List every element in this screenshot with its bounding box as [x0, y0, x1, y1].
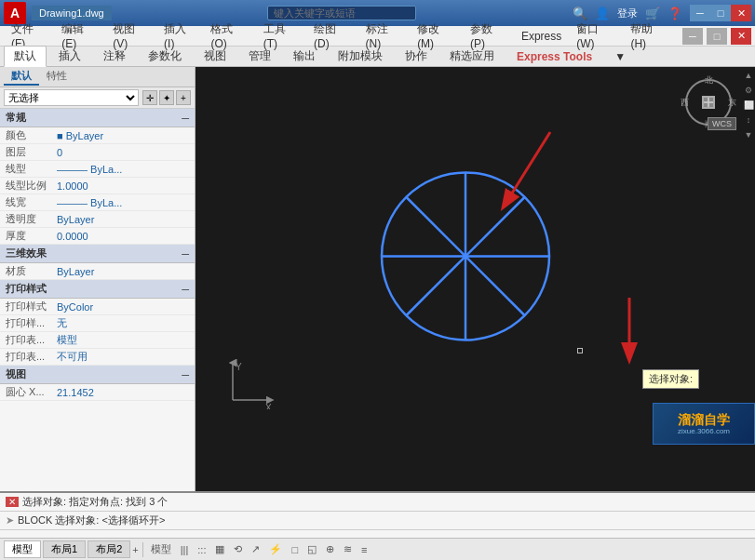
prop-linewidth: 线宽 ——— ByLa...	[0, 194, 195, 211]
drawing-tab[interactable]: Drawing1.dwg	[32, 6, 112, 20]
watermark-text: 溜溜自学	[678, 412, 730, 428]
command-line-2: ➤ BLOCK 选择对象: <选择循环开>	[0, 512, 755, 530]
props-print-rows: 打印样式 ByColor 打印样... 无 打印表... 模型 打印表... 不…	[0, 299, 195, 366]
add-icon[interactable]: ✛	[142, 90, 157, 105]
prop-centerx: 圆心 X... 21.1452	[0, 384, 195, 401]
isnap-icon[interactable]: ↗	[248, 542, 263, 556]
tab-annotate[interactable]: 注释	[93, 46, 136, 67]
compass-west: 西	[681, 97, 689, 109]
svg-text:X: X	[265, 403, 272, 409]
user-icon[interactable]: 👤	[595, 7, 610, 20]
compass-east: 东	[728, 97, 736, 109]
sel-icon[interactable]: ⊕	[322, 542, 338, 556]
tab-parametric[interactable]: 参数化	[138, 46, 192, 67]
close-button[interactable]: ✕	[731, 5, 751, 21]
search-input[interactable]	[267, 6, 416, 20]
prop-plottable: 打印表... 模型	[0, 332, 195, 349]
svg-text:Y: Y	[236, 362, 242, 372]
close-inner-button[interactable]: ✕	[731, 28, 751, 45]
settings-icon[interactable]: ≡	[357, 543, 371, 556]
tab-manage[interactable]: 管理	[238, 46, 281, 67]
status-bar: 模型 布局1 布局2 + 模型 ||| ::: ▦ ⟲ ↗ ⚡ □ ◱ ⊕ ≋ …	[0, 538, 755, 560]
nav-icon-2[interactable]: ⚙	[743, 84, 754, 97]
panel-selector: 无选择 ✛ ✦ +	[0, 87, 195, 109]
section-3d[interactable]: 三维效果 ─	[0, 245, 195, 263]
tab-layout1[interactable]: 布局1	[43, 540, 86, 558]
annot-icon[interactable]: ≋	[340, 542, 356, 556]
prop-thickness: 厚度 0.0000	[0, 228, 195, 245]
collapse-icon: ─	[182, 113, 189, 124]
nav-icon-4[interactable]: ↕	[745, 113, 753, 127]
more-icon[interactable]: +	[176, 90, 191, 105]
prop-layer: 图层 0	[0, 144, 195, 161]
ortho-icon[interactable]: ▦	[211, 542, 228, 556]
svg-line-6	[504, 132, 550, 207]
tooltip: 选择对象:	[642, 369, 699, 389]
props-general-rows: 颜色 ■ ByLayer 图层 0 线型 ——— ByLa... 线型比例 1.…	[0, 127, 195, 245]
panel-tab-properties[interactable]: 特性	[39, 68, 74, 86]
nav-icon-1[interactable]: ▲	[743, 69, 755, 82]
prop-plottable2: 打印表... 不可用	[0, 349, 195, 366]
snap-icon[interactable]: :::	[194, 543, 209, 556]
section-view[interactable]: 视图 ─	[0, 366, 195, 384]
arrow-2	[606, 293, 653, 370]
cursor-square	[577, 348, 583, 353]
prop-material: 材质 ByLayer	[0, 263, 195, 280]
svg-rect-16	[708, 98, 709, 107]
prop-transparency: 透明度 ByLayer	[0, 211, 195, 228]
arrow-1-svg	[485, 123, 569, 225]
title-tabs: Drawing1.dwg	[32, 6, 112, 20]
quick-sel-icon[interactable]: ✦	[159, 90, 174, 105]
search-icon[interactable]: 🔍	[573, 7, 587, 20]
prop-plotstyle: 打印样式 ByColor	[0, 299, 195, 315]
menu-bar: 文件(F) 编辑(E) 视图(V) 插入(I) 格式(O) 工具(T) 绘图(D…	[0, 26, 755, 47]
compass: 北 南 西 东 WCS	[681, 74, 736, 130]
tab-featured[interactable]: 精选应用	[439, 46, 505, 67]
watermark-sub: zixue.3066.com	[678, 427, 730, 435]
trans-icon[interactable]: ◱	[303, 542, 320, 556]
grid-icon[interactable]: |||	[177, 543, 193, 556]
dyn-icon[interactable]: ⚡	[265, 542, 286, 556]
tab-view[interactable]: 视图	[194, 46, 236, 67]
menu-express[interactable]: Express	[514, 28, 569, 45]
tab-model[interactable]: 模型	[4, 540, 41, 558]
collapse-3d-icon: ─	[182, 248, 189, 260]
left-panel: 默认 特性 无选择 ✛ ✦ + 常规 ─ 颜色 ■ ByLayer 图层	[0, 67, 195, 491]
wcs-label: WCS	[708, 117, 736, 130]
panel-tab-default[interactable]: 默认	[4, 68, 39, 86]
tab-default[interactable]: 默认	[4, 46, 47, 67]
cart-icon[interactable]: 🛒	[645, 7, 660, 20]
compass-center	[702, 96, 715, 109]
collapse-print-icon: ─	[182, 284, 189, 295]
arrow-2-svg	[606, 293, 653, 367]
nav-icon-5[interactable]: ▼	[743, 128, 755, 141]
login-label[interactable]: 登录	[617, 7, 638, 20]
minimize-inner-button[interactable]: ─	[682, 28, 703, 45]
command-area: ✕ 选择对象: 指定对角点: 找到 3 个 ➤ BLOCK 选择对象: <选择循…	[0, 491, 755, 538]
add-layout-btn[interactable]: +	[132, 544, 138, 555]
canvas-area[interactable]: 选择对象: Y X	[195, 67, 755, 491]
minimize-button[interactable]: ─	[690, 5, 710, 21]
tab-extra[interactable]: ▼	[604, 47, 636, 66]
tab-addons[interactable]: 附加模块	[328, 46, 393, 67]
lw-icon[interactable]: □	[288, 543, 302, 556]
section-general[interactable]: 常规 ─	[0, 109, 195, 127]
help-icon[interactable]: ❓	[667, 7, 682, 20]
window-controls: ─ □ ✕	[690, 5, 751, 21]
object-selector[interactable]: 无选择	[4, 89, 139, 106]
restore-button[interactable]: □	[710, 5, 731, 21]
polar-icon[interactable]: ⟲	[230, 542, 246, 556]
tab-express-tools[interactable]: Express Tools	[506, 47, 602, 66]
tab-insert[interactable]: 插入	[48, 46, 91, 67]
nav-icon-3[interactable]: ⬜	[742, 99, 756, 112]
status-separator	[142, 542, 143, 557]
section-print[interactable]: 打印样式 ─	[0, 280, 195, 299]
prop-color: 颜色 ■ ByLayer	[0, 127, 195, 144]
tab-collaborate[interactable]: 协作	[395, 46, 438, 67]
tab-layout2[interactable]: 布局2	[88, 540, 130, 558]
model-icon[interactable]: 模型	[147, 541, 175, 557]
cmd-text-2: BLOCK 选择对象: <选择循环开>	[18, 513, 165, 527]
tab-output[interactable]: 输出	[283, 46, 326, 67]
close-cmd-icon[interactable]: ✕	[6, 497, 19, 507]
restore-inner-button[interactable]: □	[707, 28, 727, 45]
